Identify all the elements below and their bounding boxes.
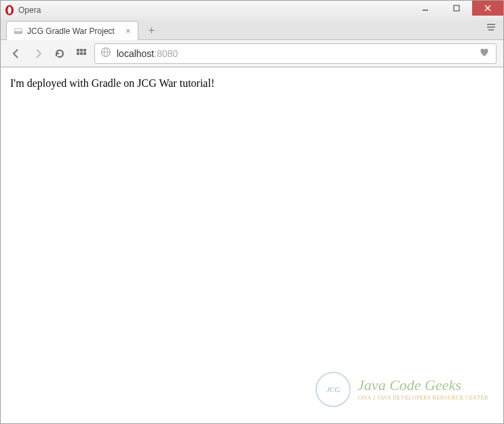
minimize-button[interactable] bbox=[410, 1, 441, 16]
tab-active[interactable]: JCG Gradle War Project × bbox=[6, 21, 138, 40]
svg-rect-3 bbox=[454, 5, 459, 11]
svg-rect-13 bbox=[83, 49, 86, 52]
bookmark-heart-icon[interactable] bbox=[478, 46, 490, 60]
svg-rect-7 bbox=[15, 29, 22, 31]
watermark-badge: JCG bbox=[315, 372, 351, 407]
svg-rect-16 bbox=[83, 52, 86, 55]
svg-rect-12 bbox=[80, 49, 83, 52]
speed-dial-button[interactable] bbox=[73, 45, 90, 62]
page-body-text: I'm deployed with Gradle on JCG War tuto… bbox=[10, 77, 494, 90]
titlebar-left: Opera bbox=[3, 4, 41, 16]
tab-close-icon[interactable]: × bbox=[125, 26, 131, 36]
back-button[interactable] bbox=[7, 45, 25, 62]
opera-logo-icon[interactable] bbox=[3, 4, 16, 16]
svg-rect-11 bbox=[77, 49, 79, 52]
tab-favicon-icon bbox=[14, 26, 23, 36]
svg-point-1 bbox=[7, 7, 11, 14]
svg-rect-15 bbox=[80, 52, 83, 55]
watermark-subtitle: JAVA 2 JAVA DEVELOPERS RESOURCE CENTER bbox=[357, 395, 488, 401]
watermark-text: Java Code Geeks JAVA 2 JAVA DEVELOPERS R… bbox=[357, 378, 488, 401]
address-port: :8080 bbox=[154, 48, 178, 59]
reload-button[interactable] bbox=[51, 45, 69, 62]
window-controls bbox=[410, 1, 503, 20]
new-tab-button[interactable]: + bbox=[142, 22, 161, 39]
toolbar: localhost:8080 bbox=[1, 40, 503, 67]
globe-icon bbox=[100, 47, 111, 60]
watermark: JCG Java Code Geeks JAVA 2 JAVA DEVELOPE… bbox=[315, 372, 488, 407]
browser-window: Opera JCG Gradle War Project × + bbox=[0, 0, 504, 424]
forward-button[interactable] bbox=[29, 45, 47, 62]
tab-title: JCG Gradle War Project bbox=[27, 26, 115, 36]
watermark-title: Java Code Geeks bbox=[357, 378, 488, 393]
svg-rect-14 bbox=[77, 52, 79, 55]
page-content: I'm deployed with Gradle on JCG War tuto… bbox=[1, 67, 503, 423]
tabbar-menu-icon[interactable] bbox=[486, 22, 497, 34]
address-text[interactable]: localhost:8080 bbox=[117, 48, 473, 59]
tab-bar: JCG Gradle War Project × + bbox=[1, 20, 503, 40]
maximize-button[interactable] bbox=[441, 1, 472, 16]
close-button[interactable] bbox=[472, 1, 503, 16]
window-title: Opera bbox=[18, 5, 41, 15]
address-host: localhost bbox=[117, 48, 154, 59]
titlebar: Opera bbox=[1, 1, 503, 20]
address-bar[interactable]: localhost:8080 bbox=[94, 43, 497, 64]
